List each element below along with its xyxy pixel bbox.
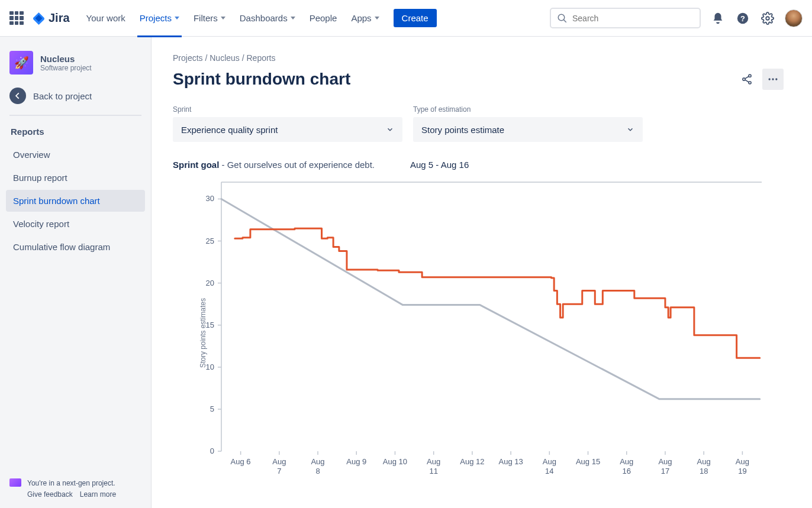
nav-people[interactable]: People xyxy=(305,9,342,27)
svg-text:?: ? xyxy=(740,14,745,22)
chevron-down-icon xyxy=(175,17,179,20)
svg-text:18: 18 xyxy=(700,467,708,475)
chart-svg: 051015202530Aug 6Aug7Aug8Aug 9Aug 10Aug1… xyxy=(173,179,765,487)
nav-filters[interactable]: Filters xyxy=(189,9,230,27)
next-gen-icon xyxy=(9,478,21,487)
svg-text:10: 10 xyxy=(206,363,214,371)
svg-line-9 xyxy=(745,80,749,82)
user-avatar[interactable] xyxy=(785,9,803,27)
search-icon xyxy=(557,13,568,24)
svg-text:Aug 10: Aug 10 xyxy=(383,457,407,466)
svg-text:0: 0 xyxy=(210,446,214,455)
chevron-down-icon xyxy=(375,17,379,20)
svg-text:Aug: Aug xyxy=(543,457,556,466)
svg-line-8 xyxy=(745,76,749,79)
svg-point-10 xyxy=(769,78,771,80)
breadcrumb[interactable]: Projects / Nucleus / Reports xyxy=(173,53,784,63)
svg-text:16: 16 xyxy=(623,467,631,475)
svg-point-0 xyxy=(558,14,565,21)
svg-line-1 xyxy=(563,20,566,22)
svg-text:Aug: Aug xyxy=(311,457,324,466)
svg-text:Aug 13: Aug 13 xyxy=(499,457,523,466)
project-type: Software project xyxy=(40,64,92,72)
estimation-value: Story points estimate xyxy=(421,125,504,135)
notifications-icon[interactable] xyxy=(710,11,726,26)
estimation-label: Type of estimation xyxy=(413,105,643,114)
content-area: Projects / Nucleus / Reports Sprint burn… xyxy=(152,37,812,508)
help-icon[interactable]: ? xyxy=(735,11,750,26)
search-input[interactable] xyxy=(572,14,694,23)
sidebar-item-velocity[interactable]: Velocity report xyxy=(6,213,145,235)
sprint-label: Sprint xyxy=(173,105,402,114)
chevron-down-icon xyxy=(221,17,225,20)
back-to-project[interactable]: Back to project xyxy=(0,88,151,104)
project-header[interactable]: 🚀 Nucleus Software project xyxy=(0,51,151,75)
svg-text:20: 20 xyxy=(206,279,214,287)
svg-text:Aug 9: Aug 9 xyxy=(346,457,366,466)
sprint-goal-text: - Get ourselves out of experience debt. xyxy=(219,160,375,170)
sidebar-footer: You're in a next-gen project. Give feedb… xyxy=(0,472,151,503)
svg-text:Aug 12: Aug 12 xyxy=(460,457,484,466)
nav-apps[interactable]: Apps xyxy=(346,9,384,27)
svg-text:Aug 15: Aug 15 xyxy=(576,457,600,466)
svg-text:19: 19 xyxy=(738,467,746,475)
sidebar-item-burnup[interactable]: Burnup report xyxy=(6,167,145,189)
svg-text:17: 17 xyxy=(661,467,669,475)
jira-logo[interactable]: Jira xyxy=(32,11,70,25)
svg-text:25: 25 xyxy=(206,237,214,245)
more-actions-button[interactable] xyxy=(762,69,784,90)
jira-icon xyxy=(32,11,46,25)
sprint-select[interactable]: Experience quality sprint xyxy=(173,117,402,142)
sprint-value: Experience quality sprint xyxy=(181,125,278,135)
svg-point-11 xyxy=(772,78,774,80)
sidebar: 🚀 Nucleus Software project Back to proje… xyxy=(0,37,152,508)
learn-more-link[interactable]: Learn more xyxy=(80,490,116,499)
nav-dashboards[interactable]: Dashboards xyxy=(235,9,300,27)
logo-text: Jira xyxy=(49,11,70,25)
svg-text:11: 11 xyxy=(429,467,437,475)
svg-text:Aug: Aug xyxy=(736,457,749,466)
top-navbar: Jira Your work Projects Filters Dashboar… xyxy=(0,0,812,37)
burndown-chart: Story points estimates 051015202530Aug 6… xyxy=(173,179,765,487)
svg-text:Aug: Aug xyxy=(272,457,286,466)
sidebar-item-overview[interactable]: Overview xyxy=(6,144,145,166)
sidebar-section-title: Reports xyxy=(0,127,151,137)
create-button[interactable]: Create xyxy=(394,9,437,27)
chevron-down-icon xyxy=(386,125,394,134)
chevron-down-icon xyxy=(626,125,634,134)
svg-text:15: 15 xyxy=(206,321,214,329)
nav-projects[interactable]: Projects xyxy=(135,9,184,27)
svg-text:Aug: Aug xyxy=(697,457,711,466)
svg-point-4 xyxy=(766,17,769,20)
svg-point-12 xyxy=(775,78,777,80)
chevron-down-icon xyxy=(291,17,295,20)
svg-text:Aug: Aug xyxy=(427,457,440,466)
sidebar-divider xyxy=(9,115,141,116)
project-avatar-icon: 🚀 xyxy=(9,51,33,75)
svg-text:8: 8 xyxy=(315,467,320,475)
app-switcher-icon[interactable] xyxy=(9,11,24,25)
svg-text:Aug 6: Aug 6 xyxy=(231,457,251,466)
page-title: Sprint burndown chart xyxy=(173,70,350,89)
svg-text:7: 7 xyxy=(277,467,281,475)
footer-info: You're in a next-gen project. xyxy=(27,477,116,490)
nav-your-work[interactable]: Your work xyxy=(82,9,130,27)
settings-icon[interactable] xyxy=(760,11,775,26)
svg-text:Aug: Aug xyxy=(658,457,672,466)
share-button[interactable] xyxy=(736,69,758,90)
search-box[interactable] xyxy=(550,8,701,28)
svg-text:Aug: Aug xyxy=(620,457,633,466)
sprint-goal-label: Sprint goal xyxy=(173,160,219,170)
back-arrow-icon xyxy=(9,88,26,104)
estimation-select[interactable]: Story points estimate xyxy=(413,117,643,142)
svg-text:30: 30 xyxy=(206,194,214,203)
sidebar-item-cumulative-flow[interactable]: Cumulative flow diagram xyxy=(6,236,145,258)
sprint-goal-row: Sprint goal - Get ourselves out of exper… xyxy=(173,160,784,170)
project-name: Nucleus xyxy=(40,54,92,64)
sprint-dates: Aug 5 - Aug 16 xyxy=(410,160,469,170)
svg-text:14: 14 xyxy=(545,467,553,475)
svg-text:5: 5 xyxy=(210,405,214,413)
sidebar-item-sprint-burndown[interactable]: Sprint burndown chart xyxy=(6,190,145,212)
nav-items: Your work Projects Filters Dashboards Pe… xyxy=(82,9,437,27)
give-feedback-link[interactable]: Give feedback xyxy=(27,490,73,499)
